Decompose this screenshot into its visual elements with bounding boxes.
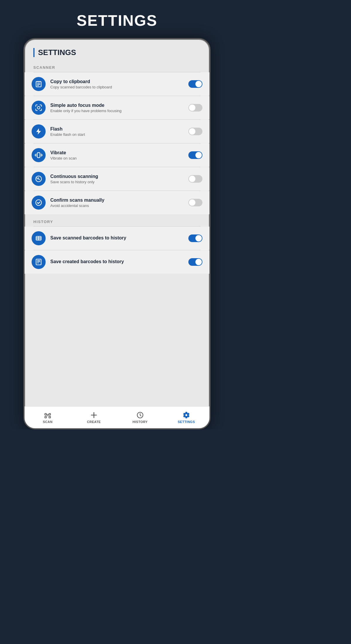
- confirm-icon: [35, 199, 42, 206]
- save-scanned-name: Save scanned barcodes to history: [50, 235, 188, 241]
- nav-history[interactable]: HISTORY: [117, 407, 163, 428]
- confirm-icon-circle: [32, 196, 46, 210]
- nav-scan[interactable]: SCAN: [25, 407, 71, 428]
- setting-confirm-scans: Confirm scans manually Avoid accidental …: [25, 191, 209, 214]
- svg-rect-19: [47, 415, 49, 416]
- clipboard-icon-circle: [32, 77, 46, 91]
- save-created-name: Save created barcodes to history: [50, 259, 188, 264]
- focus-icon: [35, 104, 42, 112]
- continuous-name: Continuous scanning: [50, 174, 188, 179]
- setting-flash: Flash Enable flash on start: [25, 120, 209, 143]
- confirm-scans-toggle[interactable]: [188, 199, 202, 206]
- settings-header: SETTINGS: [25, 39, 209, 60]
- auto-focus-text: Simple auto focus mode Enable only if yo…: [50, 103, 188, 113]
- phone-content: SETTINGS SCANNER Copy to clipboard Copy …: [25, 39, 209, 406]
- history-section-label: HISTORY: [25, 214, 209, 226]
- setting-save-created: Save created barcodes to history: [25, 250, 209, 274]
- continuous-icon-circle: [32, 172, 46, 186]
- settings-page-title: SETTINGS: [33, 48, 76, 57]
- settings-nav-icon: [183, 411, 190, 419]
- setting-copy-to-clipboard: Copy to clipboard Copy scanned barcodes …: [25, 72, 209, 96]
- history-nav-label: HISTORY: [133, 420, 148, 424]
- scan-nav-label: SCAN: [43, 420, 52, 424]
- auto-focus-desc: Enable only if you have problems focusin…: [50, 109, 188, 113]
- history-nav-icon: [136, 411, 144, 419]
- bottom-nav: SCAN CREATE HISTORY SETTINGS: [25, 406, 209, 428]
- copy-clipboard-text: Copy to clipboard Copy scanned barcodes …: [50, 79, 188, 89]
- copy-clipboard-toggle[interactable]: [188, 80, 202, 88]
- settings-nav-label: SETTINGS: [178, 420, 195, 424]
- page-title: SETTINGS: [77, 12, 157, 29]
- save-created-toggle[interactable]: [188, 258, 202, 266]
- setting-vibrate: Vibrate Vibrate on scan: [25, 143, 209, 167]
- flash-text: Flash Enable flash on start: [50, 126, 188, 137]
- confirm-scans-text: Confirm scans manually Avoid accidental …: [50, 198, 188, 208]
- nav-settings[interactable]: SETTINGS: [163, 407, 209, 428]
- save-scan-icon-circle: [32, 231, 46, 245]
- save-create-icon-circle: [32, 255, 46, 269]
- svg-point-8: [36, 200, 42, 205]
- setting-continuous: Continuous scanning Save scans to histor…: [25, 167, 209, 191]
- svg-rect-4: [37, 85, 39, 86]
- flash-name: Flash: [50, 126, 188, 132]
- continuous-icon: [35, 175, 42, 183]
- setting-auto-focus: Simple auto focus mode Enable only if yo…: [25, 96, 209, 119]
- continuous-toggle[interactable]: [188, 175, 202, 183]
- svg-rect-6: [37, 153, 40, 157]
- create-nav-label: CREATE: [87, 420, 101, 424]
- svg-rect-18: [47, 414, 49, 415]
- svg-rect-2: [37, 83, 40, 83]
- vibrate-icon-circle: [32, 148, 46, 162]
- flash-icon: [35, 128, 42, 135]
- clipboard-icon: [35, 80, 42, 88]
- svg-rect-3: [37, 84, 40, 85]
- auto-focus-toggle[interactable]: [188, 104, 202, 112]
- vibrate-name: Vibrate: [50, 150, 188, 155]
- svg-rect-15: [45, 414, 46, 415]
- phone-frame: SETTINGS SCANNER Copy to clipboard Copy …: [23, 38, 211, 429]
- flash-toggle[interactable]: [188, 128, 202, 135]
- svg-point-5: [37, 107, 40, 109]
- create-nav-icon: [90, 411, 98, 419]
- focus-icon-circle: [32, 101, 46, 115]
- nav-create[interactable]: CREATE: [71, 407, 117, 428]
- continuous-desc: Save scans to history only: [50, 180, 188, 184]
- save-created-text: Save created barcodes to history: [50, 259, 188, 265]
- vibrate-desc: Vibrate on scan: [50, 156, 188, 160]
- vibrate-icon: [35, 151, 42, 159]
- save-scanned-text: Save scanned barcodes to history: [50, 235, 188, 241]
- save-scanned-toggle[interactable]: [188, 234, 202, 242]
- svg-rect-16: [49, 414, 50, 415]
- auto-focus-name: Simple auto focus mode: [50, 103, 188, 108]
- vibrate-toggle[interactable]: [188, 151, 202, 159]
- confirm-scans-name: Confirm scans manually: [50, 198, 188, 203]
- flash-desc: Enable flash on start: [50, 132, 188, 137]
- svg-rect-20: [49, 416, 50, 418]
- vibrate-text: Vibrate Vibrate on scan: [50, 150, 188, 160]
- setting-save-scanned: Save scanned barcodes to history: [25, 227, 209, 250]
- copy-clipboard-name: Copy to clipboard: [50, 79, 188, 84]
- scan-nav-icon: [44, 411, 51, 419]
- flash-icon-circle: [32, 124, 46, 138]
- svg-rect-17: [45, 416, 46, 418]
- scanner-section-label: SCANNER: [25, 60, 209, 72]
- copy-clipboard-desc: Copy scanned barcodes to clipboard: [50, 85, 188, 89]
- save-scan-icon: [35, 234, 42, 242]
- confirm-scans-desc: Avoid accidental scans: [50, 203, 188, 208]
- continuous-text: Continuous scanning Save scans to histor…: [50, 174, 188, 184]
- save-create-icon: [35, 258, 42, 266]
